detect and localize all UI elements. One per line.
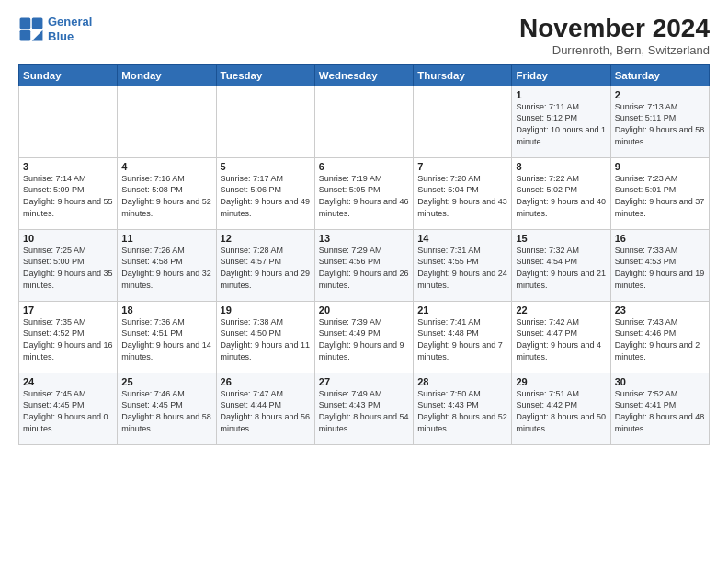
day-info-text: Daylight: 9 hours and 58 minutes. (615, 124, 705, 147)
table-row: 8Sunrise: 7:22 AMSunset: 5:02 PMDaylight… (512, 157, 610, 229)
day-info-text: Daylight: 9 hours and 52 minutes. (121, 196, 211, 219)
day-info-text: Sunset: 5:09 PM (23, 184, 113, 196)
logo: General Blue (18, 15, 92, 43)
table-row: 5Sunrise: 7:17 AMSunset: 5:06 PMDaylight… (216, 157, 314, 229)
table-row: 3Sunrise: 7:14 AMSunset: 5:09 PMDaylight… (19, 157, 118, 229)
day-info-text: Sunrise: 7:28 AM (221, 245, 311, 257)
day-info-text: Sunrise: 7:49 AM (319, 388, 409, 400)
day-info-text: Sunrise: 7:22 AM (516, 173, 606, 185)
day-number: 12 (221, 233, 311, 244)
day-info-text: Sunset: 5:08 PM (121, 184, 211, 196)
day-number: 20 (319, 304, 409, 316)
day-info-text: Daylight: 9 hours and 16 minutes. (23, 339, 113, 362)
table-row: 30Sunrise: 7:52 AMSunset: 4:41 PMDayligh… (610, 373, 709, 444)
day-info-text: Daylight: 8 hours and 48 minutes. (615, 411, 705, 434)
day-info-text: Sunrise: 7:32 AM (516, 245, 606, 257)
svg-marker-3 (32, 29, 43, 40)
day-info-text: Sunrise: 7:51 AM (516, 388, 606, 400)
table-row: 11Sunrise: 7:26 AMSunset: 4:58 PMDayligh… (118, 229, 216, 301)
day-info-text: Sunset: 4:48 PM (417, 327, 507, 339)
table-row: 15Sunrise: 7:32 AMSunset: 4:54 PMDayligh… (512, 229, 610, 301)
day-info-text: Sunset: 5:01 PM (615, 184, 705, 196)
table-row: 21Sunrise: 7:41 AMSunset: 4:48 PMDayligh… (414, 301, 512, 373)
day-number: 3 (23, 161, 113, 172)
col-saturday: Saturday (610, 64, 709, 86)
day-info-text: Daylight: 9 hours and 32 minutes. (121, 268, 211, 291)
day-info-text: Sunrise: 7:50 AM (417, 388, 507, 400)
svg-rect-1 (32, 17, 43, 29)
table-row: 14Sunrise: 7:31 AMSunset: 4:55 PMDayligh… (414, 229, 512, 301)
table-row (414, 86, 512, 157)
day-info-text: Daylight: 9 hours and 14 minutes. (121, 339, 211, 362)
day-info-text: Sunrise: 7:17 AM (221, 173, 311, 185)
svg-rect-2 (20, 29, 31, 40)
table-row: 17Sunrise: 7:35 AMSunset: 4:52 PMDayligh… (19, 301, 118, 373)
col-friday: Friday (512, 64, 610, 86)
table-row: 19Sunrise: 7:38 AMSunset: 4:50 PMDayligh… (216, 301, 314, 373)
day-number: 16 (615, 233, 705, 244)
day-info-text: Sunset: 5:11 PM (615, 112, 705, 124)
day-info-text: Daylight: 8 hours and 56 minutes. (221, 411, 311, 434)
day-info-text: Daylight: 9 hours and 55 minutes. (23, 196, 113, 219)
table-row: 23Sunrise: 7:43 AMSunset: 4:46 PMDayligh… (610, 301, 709, 373)
day-number: 14 (417, 233, 507, 244)
table-row: 2Sunrise: 7:13 AMSunset: 5:11 PMDaylight… (610, 86, 709, 157)
day-info-text: Sunset: 5:05 PM (319, 184, 409, 196)
day-info-text: Daylight: 9 hours and 0 minutes. (23, 411, 113, 434)
day-number: 11 (121, 233, 211, 244)
day-info-text: Daylight: 9 hours and 19 minutes. (615, 268, 705, 291)
table-row: 10Sunrise: 7:25 AMSunset: 5:00 PMDayligh… (19, 229, 118, 301)
table-row: 16Sunrise: 7:33 AMSunset: 4:53 PMDayligh… (610, 229, 709, 301)
day-number: 26 (221, 376, 311, 387)
calendar-week-row: 24Sunrise: 7:45 AMSunset: 4:45 PMDayligh… (19, 373, 710, 444)
day-number: 19 (221, 304, 311, 316)
day-info-text: Daylight: 9 hours and 35 minutes. (23, 268, 113, 291)
day-info-text: Sunrise: 7:23 AM (615, 173, 705, 185)
day-info-text: Sunrise: 7:26 AM (121, 245, 211, 257)
table-row: 22Sunrise: 7:42 AMSunset: 4:47 PMDayligh… (512, 301, 610, 373)
day-info-text: Daylight: 9 hours and 46 minutes. (319, 196, 409, 219)
day-number: 2 (615, 89, 705, 100)
day-info-text: Sunset: 4:53 PM (615, 256, 705, 268)
day-number: 5 (221, 161, 311, 172)
day-info-text: Sunrise: 7:47 AM (221, 388, 311, 400)
day-info-text: Sunrise: 7:39 AM (319, 316, 409, 328)
day-info-text: Sunrise: 7:35 AM (23, 316, 113, 328)
day-info-text: Sunrise: 7:38 AM (221, 316, 311, 328)
day-number: 24 (23, 376, 113, 387)
day-info-text: Sunrise: 7:11 AM (516, 101, 606, 113)
day-number: 7 (417, 161, 507, 172)
day-info-text: Sunrise: 7:43 AM (615, 316, 705, 328)
day-info-text: Sunrise: 7:19 AM (319, 173, 409, 185)
calendar-week-row: 1Sunrise: 7:11 AMSunset: 5:12 PMDaylight… (19, 86, 710, 157)
day-info-text: Daylight: 9 hours and 49 minutes. (221, 196, 311, 219)
day-info-text: Daylight: 9 hours and 11 minutes. (221, 339, 311, 362)
table-row: 20Sunrise: 7:39 AMSunset: 4:49 PMDayligh… (314, 301, 413, 373)
month-title: November 2024 (519, 15, 710, 43)
day-info-text: Sunset: 4:47 PM (516, 327, 606, 339)
day-info-text: Sunset: 4:45 PM (23, 399, 113, 411)
day-number: 4 (121, 161, 211, 172)
day-number: 25 (121, 376, 211, 387)
table-row: 4Sunrise: 7:16 AMSunset: 5:08 PMDaylight… (118, 157, 216, 229)
table-row (19, 86, 118, 157)
day-number: 28 (417, 376, 507, 387)
col-monday: Monday (118, 64, 216, 86)
calendar-week-row: 3Sunrise: 7:14 AMSunset: 5:09 PMDaylight… (19, 157, 710, 229)
table-row: 28Sunrise: 7:50 AMSunset: 4:43 PMDayligh… (414, 373, 512, 444)
day-info-text: Sunset: 4:54 PM (516, 256, 606, 268)
day-info-text: Sunset: 4:58 PM (121, 256, 211, 268)
col-sunday: Sunday (19, 64, 118, 86)
day-info-text: Daylight: 9 hours and 7 minutes. (417, 339, 507, 362)
col-tuesday: Tuesday (216, 64, 314, 86)
col-thursday: Thursday (414, 64, 512, 86)
day-info-text: Daylight: 9 hours and 21 minutes. (516, 268, 606, 291)
subtitle: Durrenroth, Bern, Switzerland (519, 43, 710, 57)
day-info-text: Daylight: 9 hours and 2 minutes. (615, 339, 705, 362)
day-info-text: Sunset: 4:55 PM (417, 256, 507, 268)
day-info-text: Sunset: 4:43 PM (319, 399, 409, 411)
table-row (314, 86, 413, 157)
day-info-text: Sunset: 4:46 PM (615, 327, 705, 339)
day-info-text: Daylight: 8 hours and 52 minutes. (417, 411, 507, 434)
table-row: 13Sunrise: 7:29 AMSunset: 4:56 PMDayligh… (314, 229, 413, 301)
